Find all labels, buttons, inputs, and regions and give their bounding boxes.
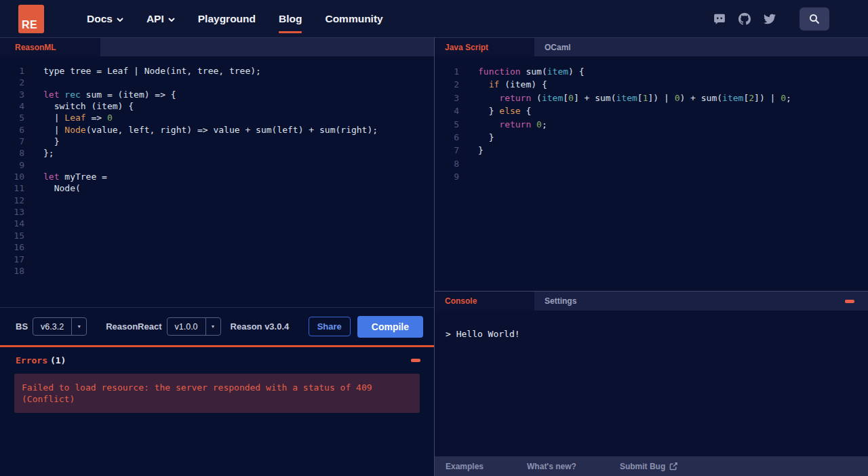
line-number: 3	[435, 92, 459, 104]
code-line: 1function sum(item) {	[435, 65, 868, 78]
tab-ocaml[interactable]: OCaml	[534, 38, 634, 56]
line-number: 18	[0, 265, 24, 277]
bs-label: BS	[16, 321, 28, 332]
errors-title: Errors	[16, 355, 47, 365]
code-line: 6 }	[435, 131, 868, 144]
reason-code-editor[interactable]: 1type tree = Leaf | Node(int, tree, tree…	[0, 56, 434, 307]
tab-settings[interactable]: Settings	[534, 292, 634, 311]
main-panels: ReasonML 1type tree = Leaf | Node(int, t…	[0, 37, 868, 476]
search-icon	[809, 14, 820, 24]
line-number: 3	[0, 89, 24, 100]
reason-panel: ReasonML 1type tree = Leaf | Node(int, t…	[0, 37, 434, 476]
line-number: 17	[0, 254, 24, 265]
code-line: 4 switch (item) {	[0, 100, 434, 112]
line-number: 13	[0, 206, 24, 218]
code-line: 11 Node(	[0, 182, 434, 194]
line-number: 12	[0, 195, 24, 206]
line-number: 5	[0, 112, 24, 123]
dropdown-arrow-icon: ▼	[71, 318, 86, 335]
nav-item-docs[interactable]: Docs	[87, 13, 123, 25]
nav-item-blog[interactable]: Blog	[279, 13, 302, 25]
line-number: 4	[0, 100, 24, 112]
nav-social-icons	[713, 7, 829, 31]
top-nav: RE Docs API Playground Blog Community	[0, 0, 868, 37]
line-number: 2	[0, 77, 24, 88]
console-output: > Hello World!	[435, 311, 868, 456]
nav-item-api[interactable]: API	[146, 13, 175, 25]
chevron-down-icon	[168, 18, 175, 22]
line-number: 7	[0, 136, 24, 147]
code-line: 17	[0, 254, 434, 265]
line-number: 5	[435, 118, 459, 131]
line-number: 6	[435, 131, 459, 144]
errors-header: Errors(1)	[0, 347, 434, 374]
collapse-errors-icon[interactable]	[411, 359, 420, 362]
console-footer: Examples What's new? Submit Bug	[435, 456, 868, 476]
line-number: 2	[435, 78, 459, 91]
bs-version-select[interactable]: v6.3.2 ▼	[33, 317, 87, 336]
line-number: 6	[0, 124, 24, 136]
errors-panel: Errors(1) Failed to load resource: the s…	[0, 347, 434, 476]
collapse-console-icon[interactable]	[845, 300, 854, 303]
code-line: 3 return (item[0] + sum(item[1]) | 0) + …	[435, 92, 868, 104]
code-line: 12	[0, 195, 434, 206]
line-number: 8	[0, 147, 24, 159]
code-line: 10let myTree =	[0, 171, 434, 182]
nav-links: Docs API Playground Blog Community	[87, 13, 383, 25]
line-number: 9	[0, 159, 24, 171]
line-number: 7	[435, 144, 459, 157]
code-line: 8};	[0, 147, 434, 159]
line-number: 16	[0, 241, 24, 253]
github-icon[interactable]	[738, 13, 751, 25]
console-tabstrip: Console Settings	[435, 292, 868, 311]
reasonreact-version-select[interactable]: v1.0.0 ▼	[167, 317, 221, 336]
whats-new-link[interactable]: What's new?	[527, 462, 576, 471]
dropdown-arrow-icon: ▼	[205, 318, 220, 335]
code-line: 15	[0, 230, 434, 241]
code-line: 2	[0, 77, 434, 88]
code-line: 6 | Node(value, left, right) => value + …	[0, 124, 434, 136]
code-line: 5 | Leaf => 0	[0, 112, 434, 123]
reasonreact-label: ReasonReact	[106, 321, 161, 332]
compile-button[interactable]: Compile	[357, 316, 423, 338]
code-line: 13	[0, 206, 434, 218]
code-line: 7}	[435, 144, 868, 157]
logo-text: RE	[22, 19, 37, 31]
tab-javascript[interactable]: Java Script	[435, 38, 534, 56]
line-number: 14	[0, 218, 24, 229]
line-number: 9	[435, 170, 459, 183]
twitter-icon[interactable]	[764, 13, 776, 25]
code-line: 3let rec sum = (item) => {	[0, 89, 434, 100]
submit-bug-link[interactable]: Submit Bug	[620, 462, 678, 471]
line-number: 1	[0, 65, 24, 77]
line-number: 4	[435, 104, 459, 117]
nav-item-community[interactable]: Community	[325, 13, 382, 25]
line-number: 15	[0, 230, 24, 241]
js-output-editor[interactable]: 1function sum(item) {2 if (item) {3 retu…	[435, 56, 868, 291]
code-line: 16	[0, 241, 434, 253]
editor-toolbar: BS v6.3.2 ▼ ReasonReact v1.0.0 ▼ Reason …	[0, 307, 434, 345]
tab-console[interactable]: Console	[435, 292, 534, 311]
code-line: 7 }	[0, 136, 434, 147]
error-message: Failed to load resource: the server resp…	[14, 374, 420, 413]
line-number: 1	[435, 65, 459, 78]
line-number: 11	[0, 182, 24, 194]
reason-version-label: Reason v3.0.4	[231, 321, 290, 332]
console-panel: Console Settings > Hello World! Examples…	[435, 291, 868, 476]
share-button[interactable]: Share	[309, 317, 351, 336]
code-line: 1type tree = Leaf | Node(int, tree, tree…	[0, 65, 434, 77]
errors-count: (1)	[50, 355, 66, 365]
nav-item-playground[interactable]: Playground	[198, 13, 256, 25]
logo[interactable]: RE	[18, 5, 44, 33]
code-line: 9	[0, 159, 434, 171]
code-line: 14	[0, 218, 434, 229]
line-number: 8	[435, 157, 459, 170]
left-tabstrip: ReasonML	[0, 37, 434, 56]
tab-reasonml[interactable]: ReasonML	[0, 38, 100, 56]
right-tabstrip: Java Script OCaml	[435, 37, 868, 56]
output-panel: Java Script OCaml 1function sum(item) {2…	[434, 37, 868, 476]
code-line: 2 if (item) {	[435, 78, 868, 91]
examples-link[interactable]: Examples	[446, 462, 484, 471]
search-button[interactable]	[800, 7, 829, 31]
discord-icon[interactable]	[713, 13, 726, 25]
